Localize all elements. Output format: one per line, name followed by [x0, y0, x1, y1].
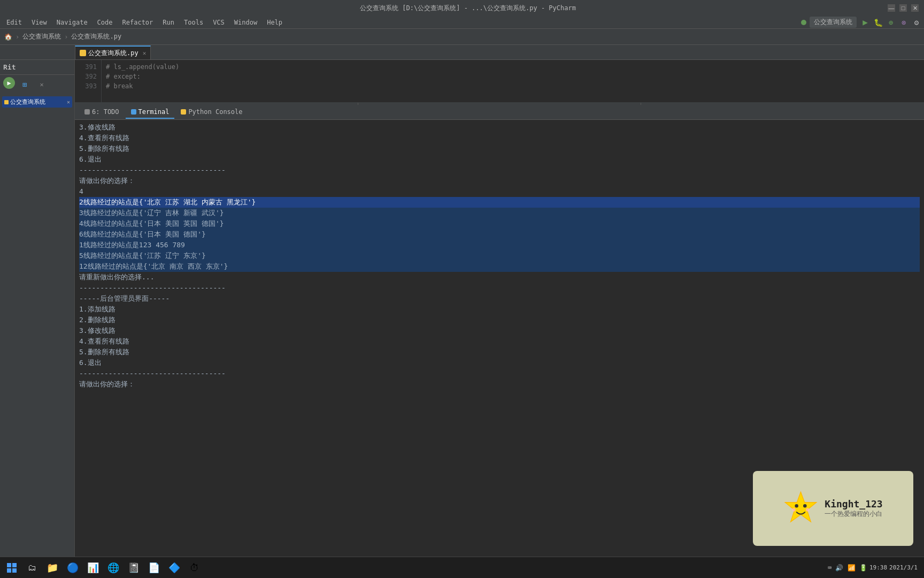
- code-content[interactable]: # ls_.append(value) # except: # break: [102, 60, 924, 102]
- svg-rect-2: [7, 568, 11, 573]
- term-line-14: 请重新做出你的选择...: [79, 272, 920, 283]
- close-button[interactable]: ✕: [911, 4, 919, 12]
- menu-item-view[interactable]: View: [27, 18, 51, 27]
- task-view-icon: 🗂: [26, 561, 38, 574]
- taskbar-pycharm2[interactable]: 🔷: [165, 559, 184, 576]
- taskbar-onenote[interactable]: 📓: [124, 559, 143, 576]
- title-bar-title: 公交查询系统 [D:\公交查询系统] - ...\公交查询系统.py - PyC…: [48, 4, 888, 13]
- pycharm2-icon: 🔷: [168, 561, 181, 574]
- line-num-391: 391: [75, 62, 97, 72]
- taskbar-powerpoint[interactable]: 📊: [83, 559, 103, 576]
- code-line-393: # break: [106, 81, 920, 91]
- menu-item-vcs[interactable]: VCS: [209, 18, 229, 27]
- sidebar-run-icon[interactable]: ▶: [3, 77, 15, 89]
- left-panel-icons: ▶ ⊞ ✕: [0, 75, 74, 94]
- breadcrumb-project[interactable]: 公交查询系统: [22, 32, 61, 41]
- run-icons: ▶ 🐛 ⊕ ⊗ ⚙: [860, 17, 922, 28]
- menu-item-run[interactable]: Run: [158, 18, 179, 27]
- title-bar: 公交查询系统 [D:\公交查询系统] - ...\公交查询系统.py - PyC…: [0, 0, 924, 16]
- settings-button[interactable]: ⚙: [911, 17, 922, 28]
- terminal-icon: [131, 109, 136, 115]
- svg-marker-4: [786, 492, 817, 522]
- term-line-7: 2线路经过的站点是{'北京 江苏 湖北 内蒙古 黑龙江'}: [79, 197, 920, 208]
- term-line-23: -----------------------------------: [79, 368, 920, 379]
- python-console-icon: [181, 109, 186, 115]
- term-line-16: -----后台管理员界面-----: [79, 293, 920, 304]
- left-tab-close[interactable]: ✕: [67, 99, 70, 105]
- menu-item-window[interactable]: Window: [230, 18, 261, 27]
- term-line-22: 6.退出: [79, 358, 920, 368]
- debug-button[interactable]: 🐛: [873, 17, 883, 28]
- menu-item-navigate[interactable]: Navigate: [52, 18, 92, 27]
- svg-point-6: [803, 504, 807, 508]
- rit-label: Rit: [3, 63, 16, 71]
- breadcrumb-file[interactable]: 公交查询系统.py: [71, 32, 121, 41]
- minimize-button[interactable]: —: [888, 4, 895, 12]
- tab-python-console[interactable]: Python Console: [175, 106, 248, 119]
- watermark-name: Kinght_123: [825, 498, 882, 509]
- menu-item-help[interactable]: Help: [263, 18, 287, 27]
- file-tab-close[interactable]: ✕: [143, 50, 147, 57]
- code-comment-391: # ls_.append(value): [106, 63, 179, 71]
- taskbar-pycharm-button[interactable]: 🔵: [63, 559, 82, 576]
- run-status-dot: [801, 20, 806, 25]
- term-line-1: 4.查看所有线路: [79, 133, 920, 143]
- breadcrumb-sep2: ›: [64, 33, 68, 41]
- line-numbers: 391 392 393: [75, 60, 102, 102]
- coverage-button[interactable]: ⊕: [886, 17, 896, 28]
- task-view-button[interactable]: 🗂: [22, 559, 42, 576]
- code-line-391: # ls_.append(value): [106, 62, 920, 72]
- term-line-11: 1线路经过的站点是123 456 789: [79, 240, 920, 250]
- line-num-393: 393: [75, 81, 97, 91]
- code-line-392: # except:: [106, 72, 920, 81]
- left-panel-top: Rit: [0, 60, 74, 75]
- code-comment-392: # except:: [106, 73, 141, 80]
- windows-icon: [5, 561, 18, 574]
- sidebar-close-icon[interactable]: ✕: [34, 77, 49, 92]
- code-comment-393: # break: [106, 82, 133, 90]
- menu-item-edit[interactable]: Edit: [2, 18, 26, 27]
- tab-todo-label: 6: TODO: [92, 108, 119, 116]
- tab-terminal[interactable]: Terminal: [126, 106, 175, 119]
- terminal-tabs: 6: TODO Terminal Python Console: [75, 105, 924, 120]
- tab-todo[interactable]: 6: TODO: [79, 106, 125, 119]
- menu-item-code[interactable]: Code: [93, 18, 117, 27]
- todo-icon: [84, 109, 90, 115]
- svg-rect-0: [7, 563, 11, 567]
- python-file-icon: [80, 50, 86, 56]
- taskbar-timer[interactable]: ⏱: [185, 559, 204, 576]
- tab-terminal-label: Terminal: [138, 108, 170, 116]
- nav-bar: 🏠 › 公交查询系统 › 公交查询系统.py: [0, 29, 924, 45]
- file-explorer-button[interactable]: 📁: [43, 559, 62, 576]
- left-tab-label: 公交查询系统: [10, 98, 45, 106]
- taskbar: 🗂 📁 🔵 📊 🌐 📓 📄 🔷 ⏱ ⌨ 🔊 📶 🔋 19:38 2: [0, 557, 924, 578]
- breadcrumb-sep1: ›: [16, 33, 19, 41]
- maximize-button[interactable]: □: [899, 4, 907, 12]
- start-button[interactable]: [2, 559, 21, 576]
- file-tab-main[interactable]: 公交查询系统.py ✕: [75, 45, 151, 59]
- term-line-20: 4.查看所有线路: [79, 336, 920, 347]
- svg-point-7: [792, 508, 796, 512]
- powerpoint-icon: 📊: [87, 561, 99, 574]
- svg-rect-1: [12, 563, 17, 567]
- breadcrumb-root[interactable]: 🏠: [4, 33, 12, 41]
- menu-item-refactor[interactable]: Refactor: [118, 18, 158, 27]
- menu-item-tools[interactable]: Tools: [180, 18, 207, 27]
- run-config-area: 公交查询系统 ▶ 🐛 ⊕ ⊗ ⚙: [801, 17, 922, 28]
- profile-button[interactable]: ⊗: [898, 17, 909, 28]
- run-button[interactable]: ▶: [860, 17, 871, 28]
- taskbar-chrome[interactable]: 🌐: [104, 559, 123, 576]
- term-line-15: -----------------------------------: [79, 283, 920, 293]
- term-line-13: 12线路经过的站点是{'北京 南京 西京 东京'}: [79, 261, 920, 272]
- run-config-name[interactable]: 公交查询系统: [810, 17, 857, 28]
- system-tray: ⌨ 🔊 📶 🔋: [828, 564, 867, 572]
- term-line-21: 5.删除所有线路: [79, 347, 920, 358]
- tab-python-label: Python Console: [188, 108, 242, 116]
- term-line-4: -----------------------------------: [79, 165, 920, 176]
- term-line-8: 3线路经过的站点是{'辽宁 吉林 新疆 武汉'}: [79, 208, 920, 218]
- watermark-star-icon: [783, 490, 818, 527]
- left-tab-bus-query[interactable]: 公交查询系统 ✕: [2, 96, 72, 108]
- sidebar-grid-icon[interactable]: ⊞: [17, 77, 32, 92]
- full-window: 公交查询系统 [D:\公交查询系统] - ...\公交查询系统.py - PyC…: [0, 0, 924, 578]
- taskbar-acrobat[interactable]: 📄: [144, 559, 164, 576]
